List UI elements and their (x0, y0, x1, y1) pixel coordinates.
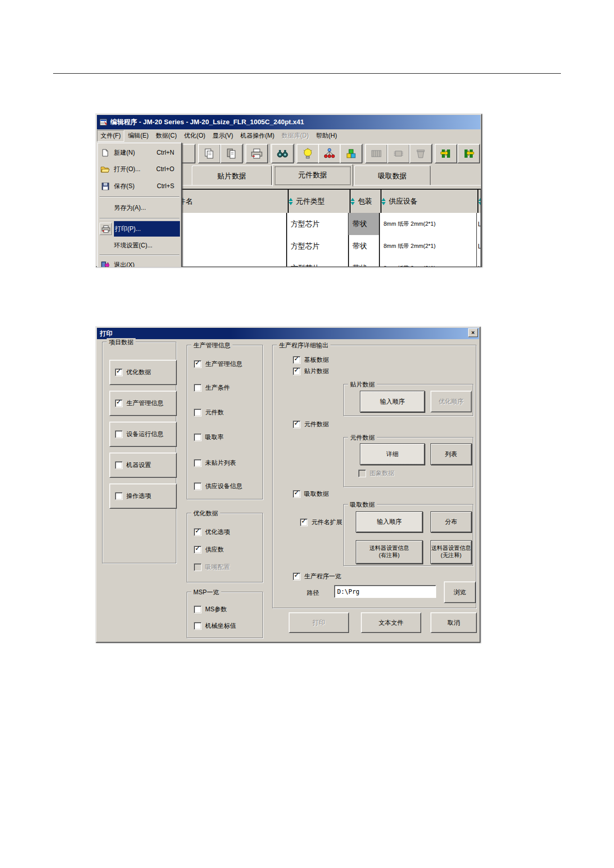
component-detail-button[interactable]: 详细 (360, 443, 425, 465)
checkbox-box[interactable] (115, 430, 123, 438)
checkbox-box[interactable] (293, 368, 301, 375)
checkbox-pickup-rate[interactable]: 吸取率 (194, 433, 224, 442)
checkbox-component-name-ext[interactable]: 元件名扩展 (300, 518, 342, 527)
menu-edit[interactable]: 编辑(E) (124, 130, 152, 142)
cell-type[interactable]: 方型芯片 (287, 213, 349, 235)
panel-machine-settings[interactable]: 机器设置 (109, 453, 177, 478)
panel-production-info[interactable]: 生产管理信息 (109, 391, 177, 416)
checkbox-box[interactable] (293, 356, 301, 364)
cell-extra[interactable]: L (476, 257, 481, 267)
toolbar-button-copy[interactable] (198, 144, 221, 163)
checkbox-unplaced-list[interactable]: 未贴片列表 (194, 459, 236, 468)
checkbox-box[interactable] (194, 409, 202, 416)
column-header-type[interactable]: 元件类型 (287, 190, 351, 213)
cell-package[interactable]: 带状 (349, 257, 380, 267)
menu-machine[interactable]: 机器操作(M) (237, 130, 278, 142)
checkbox-prod-conditions[interactable]: 生产条件 (194, 383, 230, 392)
text-file-button[interactable]: 文本文件 (361, 612, 421, 633)
sort-icon[interactable] (478, 197, 481, 206)
cancel-button[interactable]: 取消 (430, 612, 477, 633)
checkbox-box[interactable] (293, 490, 301, 498)
checkbox-board-data[interactable]: 基板数据 (293, 356, 329, 364)
menu-file[interactable]: 文件(F) (97, 130, 124, 142)
checkbox-optimize-data[interactable]: 优化数据 (115, 368, 151, 377)
sort-icon[interactable] (381, 197, 386, 206)
checkbox-production-info[interactable]: 生产管理信息 (115, 399, 163, 408)
column-header-feeder[interactable]: 供应设备 (379, 190, 478, 213)
checkbox-box[interactable] (115, 461, 123, 469)
checkbox-component-count[interactable]: 元件数 (194, 408, 224, 417)
checkbox-box[interactable] (194, 606, 202, 613)
close-icon[interactable]: × (468, 328, 478, 337)
cell-extra[interactable]: L (476, 235, 481, 257)
sort-icon[interactable] (351, 197, 355, 206)
path-input[interactable] (334, 585, 436, 598)
checkbox-machine-coordinates[interactable]: 机械坐标值 (194, 622, 236, 630)
checkbox-box[interactable] (293, 573, 301, 580)
pickup-distribution-button[interactable]: 分布 (430, 511, 472, 532)
menu-item-save[interactable]: 保存(S) Ctrl+S (98, 178, 180, 194)
checkbox-optimize-options[interactable]: 优化选项 (194, 528, 230, 537)
checkbox-prod-mgmt-info[interactable]: 生产管理信息 (194, 360, 242, 369)
checkbox-placement-data[interactable]: 贴片数据 (293, 367, 329, 376)
tab-component-data[interactable]: 元件数据 (272, 164, 353, 187)
tab-placement-data[interactable]: 贴片数据 (192, 165, 272, 187)
checkbox-feeder-info[interactable]: 供应设备信息 (194, 482, 242, 491)
cell-feeder[interactable]: 8mm 纸带 2mm(2*1) (379, 257, 477, 267)
column-header-partial[interactable] (476, 190, 481, 213)
toolbar-button-board-swap-2[interactable] (457, 144, 480, 163)
cell-type[interactable]: 方型芯片 (287, 257, 349, 267)
checkbox-box[interactable] (194, 433, 202, 441)
toolbar-button-hint[interactable] (296, 144, 319, 163)
checkbox-equipment-info[interactable]: 设备运行信息 (115, 430, 163, 439)
checkbox-box[interactable] (300, 519, 308, 526)
cell-feeder[interactable]: 8mm 纸带 2mm(2*1) (379, 235, 477, 257)
cell-package-selected[interactable]: 带状 (349, 213, 380, 235)
menu-data[interactable]: 数据(C) (152, 130, 180, 142)
cell-feeder[interactable]: 8mm 纸带 2mm(2*1) (379, 213, 477, 235)
placement-input-order-button[interactable]: 输入顺序 (360, 391, 425, 412)
menu-item-save-as[interactable]: 另存为(A)... (98, 200, 180, 215)
checkbox-box[interactable] (194, 384, 202, 392)
checkbox-box[interactable] (194, 482, 202, 490)
checkbox-box[interactable] (194, 622, 202, 630)
checkbox-box[interactable] (115, 399, 123, 407)
browse-button[interactable]: 浏览 (444, 581, 476, 603)
panel-equipment-info[interactable]: 设备运行信息 (109, 422, 177, 447)
checkbox-pickup-data[interactable]: 吸取数据 (293, 490, 329, 498)
cell-extra[interactable]: L (476, 213, 481, 235)
feeder-settings-commented-button[interactable]: 送料器设置信息 (有注释) (356, 540, 423, 564)
toolbar-button-board-swap[interactable] (435, 144, 457, 163)
toolbar-button-copy-pages[interactable] (220, 144, 243, 163)
menu-optimize[interactable]: 优化(O) (180, 130, 209, 142)
panel-operation-options[interactable]: 操作选项 (109, 483, 177, 509)
menu-item-environment[interactable]: 环境设置(C)... (98, 238, 180, 253)
checkbox-component-data[interactable]: 元件数据 (293, 420, 329, 429)
toolbar-button-optimize[interactable] (318, 144, 341, 163)
cell-type[interactable]: 方型芯片 (287, 235, 349, 257)
toolbar-button-blocks[interactable] (340, 144, 362, 163)
checkbox-box[interactable] (115, 492, 123, 500)
checkbox-operation-options[interactable]: 操作选项 (115, 492, 151, 500)
menu-help[interactable]: 帮助(H) (312, 130, 341, 142)
column-header-package[interactable]: 包装 (349, 190, 381, 213)
menu-item-new[interactable]: 新建(N) Ctrl+N (98, 145, 180, 160)
menu-view[interactable]: 显示(V) (209, 130, 237, 142)
toolbar-button-find[interactable] (271, 144, 294, 163)
checkbox-supply-count[interactable]: 供应数 (194, 545, 224, 554)
toolbar-button-print[interactable] (245, 144, 268, 163)
menu-item-exit[interactable]: 退出(X) (98, 257, 180, 267)
checkbox-program-list[interactable]: 生产程序一览 (293, 572, 341, 581)
checkbox-machine-settings[interactable]: 机器设置 (115, 461, 151, 470)
tab-pickup-data[interactable]: 吸取数据 (354, 165, 430, 187)
checkbox-box[interactable] (194, 360, 202, 368)
component-list-button[interactable]: 列表 (430, 443, 472, 465)
checkbox-box[interactable] (194, 528, 202, 536)
feeder-settings-uncommented-button[interactable]: 送料器设置信息 (无注释) (430, 540, 472, 564)
pickup-input-order-button[interactable]: 输入顺序 (356, 511, 423, 532)
sort-icon[interactable] (289, 197, 293, 206)
panel-optimize-data[interactable]: 优化数据 (109, 360, 177, 385)
checkbox-box[interactable] (194, 459, 202, 467)
checkbox-box[interactable] (293, 421, 301, 428)
checkbox-box[interactable] (115, 369, 123, 376)
